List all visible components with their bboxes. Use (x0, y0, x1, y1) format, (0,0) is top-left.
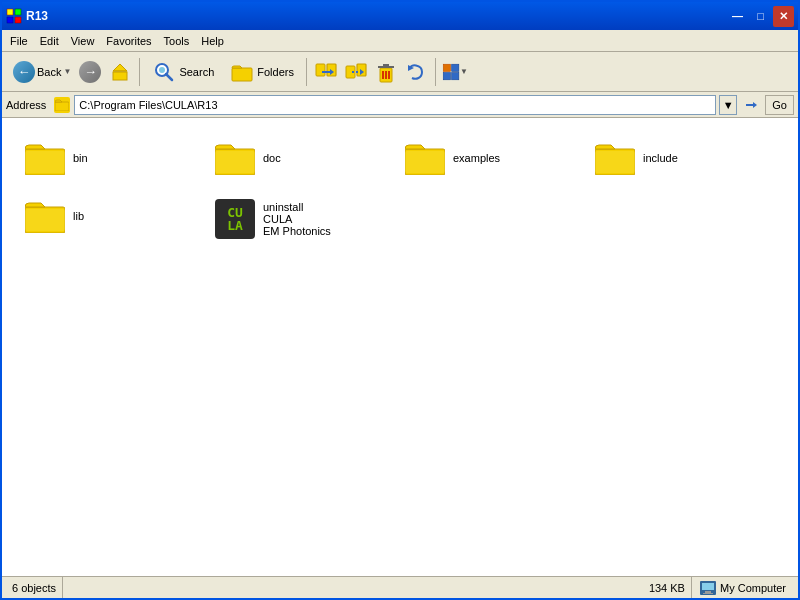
file-item-include[interactable]: include (588, 134, 768, 182)
svg-rect-28 (443, 72, 450, 79)
svg-rect-1 (15, 9, 21, 15)
search-button[interactable]: Search (145, 55, 221, 89)
back-dropdown-icon: ▼ (63, 67, 71, 76)
folder-label-doc: doc (263, 152, 281, 164)
svg-rect-27 (452, 64, 459, 71)
back-icon: ← (13, 61, 35, 83)
menu-view[interactable]: View (65, 33, 101, 49)
uninstall-line2: CULA (263, 213, 331, 225)
undo-button[interactable] (402, 55, 430, 89)
svg-rect-0 (7, 9, 13, 15)
folders-label: Folders (257, 66, 294, 78)
svg-point-8 (159, 67, 165, 73)
folder-label-examples: examples (453, 152, 500, 164)
my-computer-label: My Computer (720, 582, 786, 594)
address-label: Address (6, 99, 50, 111)
folder-icon-lib (25, 199, 65, 233)
back-label: Back (37, 66, 61, 78)
svg-rect-46 (703, 593, 713, 594)
svg-rect-2 (7, 17, 13, 23)
maximize-button[interactable]: □ (750, 6, 771, 27)
go-button[interactable]: Go (765, 95, 794, 115)
folder-icon-examples (405, 141, 445, 175)
search-label: Search (179, 66, 214, 78)
explorer-window: R13 — □ ✕ File Edit View Favorites Tools… (0, 0, 800, 600)
svg-rect-12 (327, 64, 336, 76)
folders-icon (230, 60, 254, 84)
file-item-lib[interactable]: lib (18, 192, 198, 240)
folder-label-bin: bin (73, 152, 88, 164)
file-grid: bin doc examples (18, 134, 782, 246)
file-item-bin[interactable]: bin (18, 134, 198, 182)
svg-marker-32 (753, 102, 757, 108)
views-button[interactable]: ▼ (441, 55, 469, 89)
menu-help[interactable]: Help (195, 33, 230, 49)
close-button[interactable]: ✕ (773, 6, 794, 27)
views-icon (442, 58, 460, 86)
svg-marker-5 (113, 64, 127, 71)
svg-rect-16 (357, 64, 366, 76)
svg-rect-3 (15, 17, 21, 23)
folder-label-lib: lib (73, 210, 84, 222)
svg-rect-11 (316, 64, 325, 76)
address-folder-icon (54, 97, 70, 113)
address-input[interactable] (74, 95, 716, 115)
menu-favorites[interactable]: Favorites (100, 33, 157, 49)
status-bar: 6 objects 134 KB My Computer (2, 576, 798, 598)
delete-icon (374, 60, 398, 84)
address-bar: Address ▼ Go (2, 92, 798, 118)
toolbar: ← Back ▼ → Searc (2, 52, 798, 92)
menu-edit[interactable]: Edit (34, 33, 65, 49)
address-go-arrow[interactable] (741, 95, 761, 115)
my-computer-icon (700, 581, 716, 595)
up-icon (110, 62, 130, 82)
folder-icon-doc (215, 141, 255, 175)
status-size: 134 KB (643, 577, 692, 598)
minimize-button[interactable]: — (727, 6, 748, 27)
file-item-uninstall[interactable]: CU LA uninstall CULA EM Photonics (208, 192, 408, 246)
window-title: R13 (26, 9, 727, 23)
folder-label-include: include (643, 152, 678, 164)
up-button[interactable] (106, 55, 134, 89)
views-dropdown-icon: ▼ (460, 67, 468, 76)
svg-rect-44 (702, 583, 714, 590)
menu-tools[interactable]: Tools (158, 33, 196, 49)
svg-rect-36 (215, 151, 255, 173)
window-icon (6, 8, 22, 24)
copy-to-button[interactable] (342, 55, 370, 89)
svg-rect-40 (595, 151, 635, 173)
search-icon (152, 60, 176, 84)
move-to-button[interactable] (312, 55, 340, 89)
toolbar-sep-2 (306, 58, 307, 86)
title-bar: R13 — □ ✕ (2, 2, 798, 30)
file-item-doc[interactable]: doc (208, 134, 388, 182)
undo-icon (404, 60, 428, 84)
svg-rect-29 (452, 72, 459, 79)
forward-button[interactable]: → (76, 55, 104, 89)
copy-to-icon (344, 60, 368, 84)
cula-app-icon: CU LA (215, 199, 255, 239)
folders-button[interactable]: Folders (223, 55, 301, 89)
status-objects: 6 objects (6, 577, 63, 598)
uninstall-label-group: uninstall CULA EM Photonics (263, 201, 331, 237)
menu-file[interactable]: File (4, 33, 34, 49)
svg-rect-42 (25, 209, 65, 231)
toolbar-sep-1 (139, 58, 140, 86)
my-computer-button[interactable]: My Computer (692, 580, 794, 596)
move-to-icon (314, 60, 338, 84)
svg-rect-10 (232, 68, 252, 81)
toolbar-sep-3 (435, 58, 436, 86)
address-dropdown[interactable]: ▼ (719, 95, 737, 115)
back-button[interactable]: ← Back ▼ (6, 55, 74, 89)
delete-button[interactable] (372, 55, 400, 89)
svg-rect-4 (113, 72, 127, 80)
svg-rect-34 (25, 151, 65, 173)
file-size: 134 KB (649, 582, 685, 594)
svg-rect-26 (443, 64, 450, 71)
uninstall-name: uninstall (263, 201, 331, 213)
objects-count: 6 objects (12, 582, 56, 594)
svg-rect-45 (705, 591, 711, 593)
menu-bar: File Edit View Favorites Tools Help (2, 30, 798, 52)
folder-icon-include (595, 141, 635, 175)
file-item-examples[interactable]: examples (398, 134, 578, 182)
